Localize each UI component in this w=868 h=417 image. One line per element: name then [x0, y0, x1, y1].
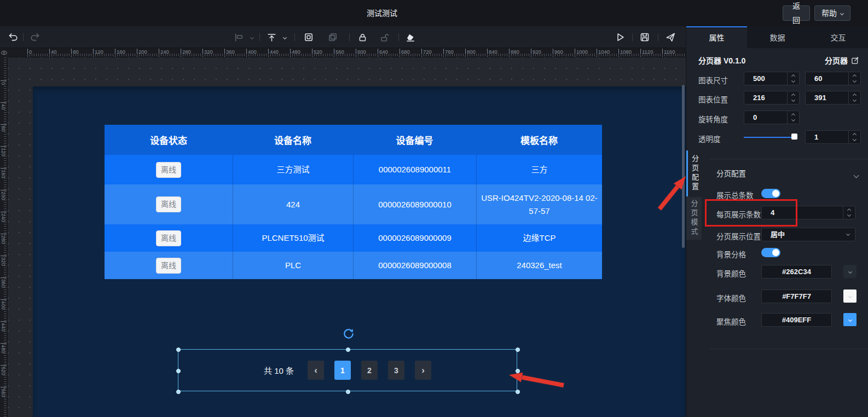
ungroup-icon[interactable] [327, 32, 338, 43]
help-button[interactable]: 帮助 [814, 5, 850, 21]
height-stepper[interactable] [848, 72, 860, 85]
lock-icon[interactable] [357, 32, 368, 43]
v-ruler-label: 360 [1, 277, 7, 288]
chart-x-input[interactable]: 216 [744, 91, 800, 105]
v-ruler: 0408012016020024028032036040044048052056… [0, 57, 8, 417]
save-icon[interactable] [639, 32, 650, 43]
selection-handle[interactable] [176, 369, 181, 373]
opacity-input[interactable]: 1 [805, 130, 861, 144]
focus-color-label: 聚焦颜色 [716, 316, 746, 327]
side-tab-pagination-mode[interactable]: 分页模式 [686, 197, 702, 240]
per-page-stepper[interactable] [843, 206, 855, 219]
selection-handle[interactable] [516, 390, 520, 394]
show-total-toggle[interactable] [761, 189, 780, 198]
bg-color-swatch[interactable] [843, 265, 857, 278]
table-header-cell: 设备名称 [233, 125, 353, 155]
tab-properties[interactable]: 属性 [686, 26, 747, 48]
toolbar-separator [294, 33, 295, 41]
selection-handle[interactable] [516, 348, 520, 352]
table-row[interactable]: 离线PLC0000026089000008240326_test [105, 252, 602, 279]
pager-position-label: 分页展示位置 [716, 230, 761, 241]
cell-template-name: 边缘TCP [476, 224, 602, 252]
h-ruler-label: 720 [421, 49, 432, 57]
rotation-stepper[interactable] [787, 111, 799, 124]
selection-handle[interactable] [176, 348, 181, 352]
properties-panel: 属性 数据 交互 分页器 V0.1.0 分页器 图表尺寸 500 60 图表位置… [686, 26, 868, 417]
opacity-slider[interactable] [744, 137, 794, 138]
chart-size-label: 图表尺寸 [698, 74, 728, 85]
side-tab-pagination-config[interactable]: 分页配置 [686, 150, 702, 196]
v-ruler-label: 40 [1, 102, 7, 110]
preview-play-icon[interactable] [615, 32, 626, 43]
pagination-page-button[interactable]: 3 [388, 361, 404, 380]
width-stepper[interactable] [787, 72, 799, 85]
opacity-slider-thumb[interactable] [791, 134, 797, 140]
align-top-chevron-icon[interactable] [279, 32, 290, 43]
cell-device-status: 离线 [105, 224, 233, 252]
back-button[interactable]: 返回 [783, 5, 810, 21]
tab-interaction[interactable]: 交互 [808, 26, 868, 48]
selection-handle[interactable] [346, 348, 350, 352]
y-stepper[interactable] [848, 91, 860, 104]
v-ruler-label: 120 [1, 146, 7, 157]
widget-edit-link[interactable]: 分页器 [825, 55, 859, 66]
group-icon[interactable] [303, 32, 314, 43]
align-left-icon[interactable] [233, 32, 244, 43]
rotation-input[interactable]: 0 [744, 111, 800, 124]
focus-color-input[interactable]: #409EFF [761, 313, 832, 327]
per-page-input[interactable]: 4 [761, 206, 855, 219]
table-header-cell: 设备编号 [353, 125, 476, 155]
h-ruler-label: 320 [202, 49, 213, 57]
canvas-vertical-scrollbar[interactable] [682, 85, 685, 248]
bg-split-toggle[interactable] [761, 248, 780, 257]
pagination-prev-button[interactable]: ‹ [308, 361, 324, 380]
v-ruler-label: 80 [1, 124, 7, 132]
h-ruler-label: 360 [224, 49, 235, 57]
pagination-widget-selection[interactable]: 共 10 条 ‹123› [178, 349, 517, 391]
redo-icon[interactable] [30, 32, 40, 43]
selection-handle[interactable] [176, 390, 181, 394]
toolbar-separator [658, 33, 658, 41]
font-color-input[interactable]: #F7F7F7 [761, 289, 832, 303]
pagination-page-button[interactable]: 1 [334, 361, 351, 380]
h-ruler-label: 960 [553, 49, 563, 57]
table-row[interactable]: 离线4240000026089000010USR-IO424TV2-2020-0… [105, 184, 602, 224]
toolbar-separator [632, 33, 633, 41]
table-row[interactable]: 离线PLCNET510测试0000026089000009边缘TCP [105, 224, 602, 252]
device-table-widget[interactable]: 设备状态设备名称设备编号模板名称 离线三方测试0000026089000011三… [105, 125, 602, 279]
align-left-chevron-icon[interactable] [246, 32, 257, 43]
selection-handle[interactable] [516, 369, 520, 373]
eraser-icon[interactable] [405, 32, 416, 43]
edit-icon [851, 56, 859, 65]
focus-color-swatch[interactable] [843, 313, 857, 326]
panel-divider [709, 159, 868, 159]
bg-split-label: 背景分格 [716, 248, 746, 259]
publish-icon[interactable] [665, 32, 676, 43]
chart-height-input[interactable]: 60 [805, 72, 861, 85]
rotate-handle-icon[interactable] [343, 328, 355, 340]
unlock-icon[interactable] [379, 32, 390, 43]
x-stepper[interactable] [787, 91, 799, 104]
pagination-next-button[interactable]: › [415, 361, 431, 380]
pagination-page-button[interactable]: 2 [361, 361, 378, 380]
ruler-visibility-eye-icon[interactable] [0, 48, 8, 57]
font-color-swatch[interactable] [843, 289, 857, 303]
cell-template-name: 三方 [476, 155, 602, 184]
undo-icon[interactable] [8, 32, 19, 43]
per-page-label: 每页展示条数 [716, 208, 761, 219]
v-ruler-label: 520 [1, 365, 7, 375]
bg-color-input[interactable]: #262C34 [761, 265, 832, 279]
align-top-icon[interactable] [266, 32, 277, 43]
section-collapse-chevron-icon[interactable] [854, 170, 858, 179]
font-color-label: 字体颜色 [716, 292, 746, 303]
opacity-stepper[interactable] [848, 131, 860, 143]
design-canvas[interactable]: 设备状态设备名称设备编号模板名称 离线三方测试0000026089000011三… [33, 86, 686, 417]
pager-position-select[interactable]: 居中 [761, 228, 855, 241]
selection-handle[interactable] [346, 390, 350, 394]
chart-position-label: 图表位置 [698, 94, 728, 105]
table-header-cell: 设备状态 [105, 125, 233, 155]
chart-width-input[interactable]: 500 [744, 72, 800, 85]
chart-y-input[interactable]: 391 [805, 91, 861, 105]
tab-data[interactable]: 数据 [747, 26, 808, 48]
table-row[interactable]: 离线三方测试0000026089000011三方 [105, 155, 602, 184]
